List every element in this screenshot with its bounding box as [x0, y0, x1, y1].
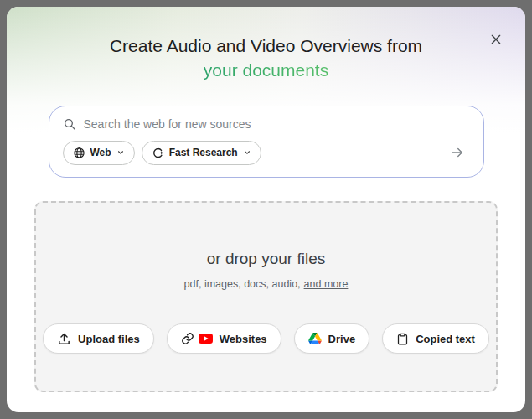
upload-files-button[interactable]: Upload files: [43, 323, 154, 354]
link-icon: [181, 332, 194, 345]
file-drop-zone[interactable]: or drop your files pdf, images, docs, au…: [34, 201, 498, 392]
dialog-title-line1: Create Audio and Video Overviews from: [7, 34, 525, 58]
and-more-link[interactable]: and more: [304, 278, 349, 290]
drive-icon: [308, 333, 322, 344]
close-icon: [489, 33, 503, 46]
source-selector-label: Web: [90, 147, 111, 158]
dialog-title: Create Audio and Video Overviews from yo…: [7, 7, 525, 82]
close-button[interactable]: [483, 27, 509, 52]
screen-background: Create Audio and Video Overviews from yo…: [0, 0, 532, 419]
websites-button[interactable]: Websites: [167, 323, 281, 354]
upload-icon: [57, 332, 71, 346]
search-submit-button[interactable]: [445, 140, 470, 165]
create-overview-dialog: Create Audio and Video Overviews from yo…: [7, 7, 525, 412]
globe-icon: [73, 147, 85, 159]
drive-label: Drive: [328, 333, 356, 345]
copied-text-button[interactable]: Copied text: [382, 323, 489, 354]
search-icon: [63, 117, 76, 131]
youtube-icon: [199, 334, 213, 344]
sparkle-icon: [152, 147, 164, 159]
arrow-right-icon: [450, 145, 465, 160]
websites-label: Websites: [220, 333, 267, 345]
drop-zone-heading: or drop your files: [207, 250, 326, 268]
chevron-down-icon: [116, 148, 125, 157]
search-input[interactable]: [84, 117, 470, 131]
chevron-down-icon: [243, 148, 251, 157]
mode-selector-fast-research[interactable]: Fast Research: [142, 141, 261, 165]
dialog-title-line2: your documents: [204, 58, 328, 82]
clipboard-icon: [396, 333, 409, 345]
upload-files-label: Upload files: [78, 333, 140, 345]
drive-button[interactable]: Drive: [294, 323, 370, 354]
source-buttons-row: Upload files: [43, 323, 489, 354]
file-types-text: pdf, images, docs, audio,: [184, 278, 301, 290]
source-selector-web[interactable]: Web: [63, 141, 135, 165]
drop-zone-subtext: pdf, images, docs, audio,and more: [184, 278, 349, 290]
copied-text-label: Copied text: [416, 333, 475, 345]
mode-selector-label: Fast Research: [169, 147, 238, 158]
search-box: Web: [49, 106, 484, 178]
